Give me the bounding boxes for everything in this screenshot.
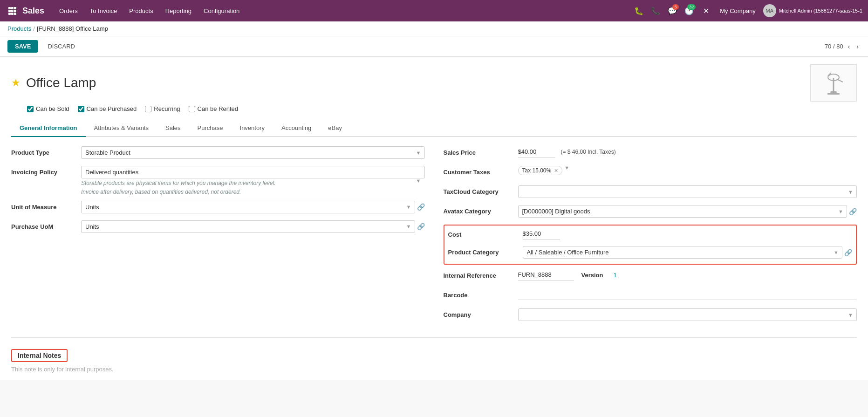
pagination: 70 / 80 ‹ ›	[825, 42, 861, 51]
sales-price-value: (= $ 46.00 Incl. Taxes)	[518, 146, 857, 157]
product-category-select[interactable]: All / Saleable / Office Furniture	[523, 246, 843, 259]
customer-taxes-dropdown-icon[interactable]: ▼	[564, 165, 569, 171]
apps-menu-button[interactable]	[6, 4, 19, 17]
avatax-category-field: Avatax Category [D0000000] Digital goods…	[444, 205, 857, 220]
purchase-uom-label: Purchase UoM	[11, 220, 81, 230]
company-field: Company ▼	[444, 308, 857, 323]
section-divider	[11, 337, 857, 338]
taxcloud-category-label: TaxCloud Category	[444, 185, 518, 195]
internal-reference-input[interactable]	[518, 269, 574, 280]
invoice-hint: Invoice after delivery, based on quantit…	[81, 188, 425, 196]
svg-rect-5	[14, 10, 16, 12]
version-value[interactable]: 1	[613, 272, 616, 279]
avatax-category-external-link-icon[interactable]: 🔗	[849, 208, 857, 215]
settings-icon[interactable]: ✕	[699, 4, 712, 17]
storable-hint: Storable products are physical items for…	[81, 179, 425, 187]
company-value: ▼	[518, 308, 857, 321]
clock-badge: 32	[687, 4, 696, 10]
unit-of-measure-select[interactable]: Units	[81, 201, 415, 213]
tab-ebay[interactable]: eBay	[320, 120, 350, 137]
sales-price-input[interactable]	[518, 146, 555, 157]
svg-rect-13	[830, 91, 837, 93]
product-category-external-link-icon[interactable]: 🔗	[844, 249, 852, 256]
customer-taxes-value: Tax 15.00% ✕ ▼	[518, 166, 857, 175]
internal-reference-label: Internal Reference	[444, 269, 518, 279]
user-name: Mitchell Admin (15881277-saas-15-1	[779, 8, 862, 14]
tax-remove-button[interactable]: ✕	[554, 168, 558, 174]
avatax-category-value: [D0000000] Digital goods ▼ 🔗	[518, 205, 857, 218]
product-header: ★ Office Lamp	[11, 64, 857, 102]
clock-icon[interactable]: 🕐 32	[683, 4, 696, 17]
purchase-uom-external-link-icon[interactable]: 🔗	[417, 223, 425, 230]
internal-reference-field: Internal Reference Version 1	[444, 269, 857, 284]
invoicing-policy-field: Invoicing Policy Delivered quantities ▼ …	[11, 166, 425, 196]
product-type-value: Storable Product ▼	[81, 146, 425, 159]
tab-purchase[interactable]: Purchase	[189, 120, 232, 137]
menu-reporting[interactable]: Reporting	[160, 5, 197, 17]
version-label: Version	[581, 272, 603, 279]
user-menu[interactable]: MA Mitchell Admin (15881277-saas-15-1	[763, 4, 862, 17]
cost-label: Cost	[448, 228, 523, 238]
save-button[interactable]: SAVE	[7, 40, 38, 53]
can-be-rented-checkbox[interactable]: Can be Rented	[189, 105, 238, 112]
barcode-value	[518, 289, 857, 300]
main-content: ★ Office Lamp Can be Sold Can be Purchas…	[0, 57, 868, 380]
breadcrumb: Products / [FURN_8888] Office Lamp	[0, 21, 868, 36]
svg-rect-1	[11, 7, 14, 9]
svg-rect-0	[8, 7, 11, 9]
product-type-select[interactable]: Storable Product	[81, 146, 425, 159]
internal-reference-value: Version 1	[518, 269, 857, 280]
prev-record-button[interactable]: ‹	[846, 42, 852, 51]
phone-icon[interactable]: 📞	[649, 4, 662, 17]
tax-badge-label: Tax 15.00%	[522, 167, 552, 174]
avatax-category-label: Avatax Category	[444, 205, 518, 215]
main-menu: Orders To Invoice Products Reporting Con…	[54, 5, 632, 17]
favorite-icon[interactable]: ★	[11, 77, 21, 89]
avatax-category-select[interactable]: [D0000000] Digital goods	[518, 205, 847, 218]
company-select[interactable]	[518, 308, 857, 321]
svg-rect-2	[14, 7, 16, 9]
menu-products[interactable]: Products	[123, 5, 158, 17]
product-type-field: Product Type Storable Product ▼	[11, 146, 425, 161]
barcode-field: Barcode	[444, 289, 857, 304]
tab-general-information[interactable]: General Information	[11, 120, 86, 137]
tab-sales[interactable]: Sales	[157, 120, 189, 137]
barcode-label: Barcode	[444, 289, 518, 299]
taxcloud-category-select[interactable]	[518, 185, 857, 198]
next-record-button[interactable]: ›	[854, 42, 861, 51]
can-be-sold-checkbox[interactable]: Can be Sold	[27, 105, 69, 112]
general-info-form: Product Type Storable Product ▼ Invoicin…	[11, 146, 857, 328]
internal-notes-placeholder: This note is only for internal purposes.	[11, 366, 857, 373]
sales-price-label: Sales Price	[444, 146, 518, 156]
svg-rect-4	[11, 10, 14, 12]
svg-rect-14	[827, 93, 840, 95]
form-toolbar: SAVE DISCARD 70 / 80 ‹ ›	[0, 36, 868, 57]
bug-icon[interactable]: 🐛	[632, 4, 645, 17]
company-name[interactable]: My Company	[720, 7, 756, 14]
recurring-checkbox[interactable]: Recurring	[145, 105, 180, 112]
purchase-uom-select[interactable]: Units	[81, 220, 415, 233]
tab-attributes-variants[interactable]: Attributes & Variants	[86, 120, 157, 137]
taxcloud-category-value: ▼	[518, 185, 857, 198]
svg-rect-6	[8, 13, 11, 15]
svg-line-12	[837, 79, 843, 82]
barcode-input[interactable]	[518, 289, 857, 300]
cost-value	[523, 228, 853, 239]
breadcrumb-parent[interactable]: Products	[7, 25, 31, 32]
discard-button[interactable]: DISCARD	[42, 40, 81, 53]
invoicing-policy-select[interactable]: Delivered quantities	[81, 166, 425, 178]
menu-to-invoice[interactable]: To Invoice	[84, 5, 123, 17]
menu-configuration[interactable]: Configuration	[198, 5, 245, 17]
tax-badge: Tax 15.00% ✕	[518, 166, 563, 175]
app-brand: Sales	[22, 6, 44, 16]
messages-icon[interactable]: 💬 5	[666, 4, 679, 17]
topnav-right-icons: 🐛 📞 💬 5 🕐 32 ✕ My Company MA Mitchell Ad…	[632, 4, 862, 17]
cost-input[interactable]	[523, 228, 560, 239]
tab-inventory[interactable]: Inventory	[232, 120, 273, 137]
can-be-purchased-checkbox[interactable]: Can be Purchased	[78, 105, 137, 112]
purchase-uom-value: Units ▼ 🔗	[81, 220, 425, 233]
menu-orders[interactable]: Orders	[54, 5, 83, 17]
unit-of-measure-external-link-icon[interactable]: 🔗	[417, 203, 425, 211]
product-image	[810, 64, 857, 102]
tab-accounting[interactable]: Accounting	[273, 120, 320, 137]
